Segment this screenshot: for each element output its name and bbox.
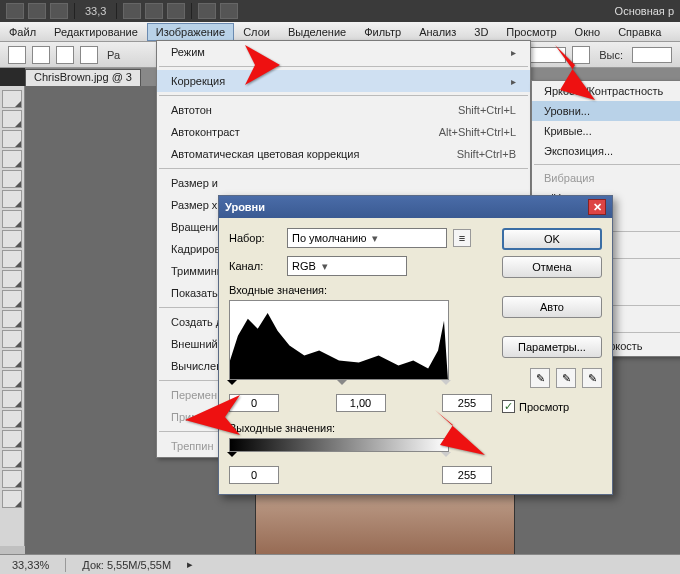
mb-icon[interactable] xyxy=(50,3,68,19)
svg-marker-2 xyxy=(185,395,240,435)
menu-3d[interactable]: 3D xyxy=(465,23,497,41)
svg-marker-0 xyxy=(245,45,280,85)
auto-button[interactable]: Авто xyxy=(502,296,602,318)
type-tool-icon[interactable] xyxy=(2,390,22,408)
gradient-tool-icon[interactable] xyxy=(2,310,22,328)
pen-tool-icon[interactable] xyxy=(2,370,22,388)
eyedropper-white-icon[interactable]: ✎ xyxy=(582,368,602,388)
eyedropper-tool-icon[interactable] xyxy=(2,190,22,208)
workspace-label[interactable]: Основная р xyxy=(615,5,674,17)
arrange-icon[interactable] xyxy=(198,3,216,19)
zoom-icon[interactable] xyxy=(145,3,163,19)
heal-tool-icon[interactable] xyxy=(2,210,22,228)
opt-prefix: Ра xyxy=(104,49,123,61)
submenu-exposure[interactable]: Экспозиция... xyxy=(532,141,680,161)
menu-view[interactable]: Просмотр xyxy=(497,23,565,41)
hand-icon[interactable] xyxy=(123,3,141,19)
close-icon[interactable]: ✕ xyxy=(588,199,606,215)
app-top-toolbar: 33,3 Основная р xyxy=(0,0,680,22)
options-button[interactable]: Параметры... xyxy=(502,336,602,358)
wand-tool-icon[interactable] xyxy=(2,150,22,168)
input-sliders[interactable] xyxy=(229,380,449,392)
rotate-icon[interactable] xyxy=(167,3,185,19)
3d-tool-icon[interactable] xyxy=(2,450,22,468)
document-tab[interactable]: ChrisBrown.jpg @ 3 xyxy=(25,69,141,86)
submenu-curves[interactable]: Кривые... xyxy=(532,121,680,141)
input-label: Входные значения: xyxy=(229,284,492,296)
annotation-arrow-4 xyxy=(435,410,490,462)
zoom-readout[interactable]: 33,3 xyxy=(81,5,110,17)
menu-image[interactable]: Изображение xyxy=(147,23,234,41)
path-tool-icon[interactable] xyxy=(2,410,22,428)
stamp-tool-icon[interactable] xyxy=(2,250,22,268)
ps-icon[interactable] xyxy=(6,3,24,19)
zoom2-icon[interactable] xyxy=(2,490,22,508)
screen-icon[interactable] xyxy=(220,3,238,19)
preview-checkbox[interactable]: Просмотр xyxy=(502,400,602,413)
shape-tool-icon[interactable] xyxy=(2,430,22,448)
brush-tool-icon[interactable] xyxy=(2,230,22,248)
menu-item-autocontrast[interactable]: АвтоконтрастAlt+Shift+Ctrl+L xyxy=(157,121,530,143)
output-sliders[interactable] xyxy=(229,452,449,464)
menu-filter[interactable]: Фильтр xyxy=(355,23,410,41)
toolbox xyxy=(0,86,25,546)
history-tool-icon[interactable] xyxy=(2,270,22,288)
output-gradient[interactable] xyxy=(229,438,449,452)
move-tool-icon[interactable] xyxy=(2,90,22,108)
dodge-tool-icon[interactable] xyxy=(2,350,22,368)
annotation-arrow-2 xyxy=(555,45,605,107)
ok-button[interactable]: OK xyxy=(502,228,602,250)
aspect3-icon[interactable] xyxy=(80,46,98,64)
menu-item-image-size[interactable]: Размер и xyxy=(157,172,530,194)
preset-select[interactable]: По умолчанию xyxy=(287,228,447,248)
menu-edit[interactable]: Редактирование xyxy=(45,23,147,41)
crop-tool-icon[interactable] xyxy=(2,170,22,188)
dialog-title: Уровни xyxy=(225,201,265,213)
aspect2-icon[interactable] xyxy=(56,46,74,64)
menubar: Файл Редактирование Изображение Слои Выд… xyxy=(0,22,680,42)
aspect-icon[interactable] xyxy=(32,46,50,64)
cancel-button[interactable]: Отмена xyxy=(502,256,602,278)
blur-tool-icon[interactable] xyxy=(2,330,22,348)
preset-label: Набор: xyxy=(229,232,281,244)
hand2-icon[interactable] xyxy=(2,470,22,488)
height-input[interactable] xyxy=(632,47,672,63)
input-gamma-field[interactable]: 1,00 xyxy=(336,394,386,412)
status-bar: 33,33% Док: 5,55M/5,55M ▸ xyxy=(0,554,680,574)
preset-menu-icon[interactable]: ≡ xyxy=(453,229,471,247)
eyedropper-gray-icon[interactable]: ✎ xyxy=(556,368,576,388)
dialog-titlebar[interactable]: Уровни ✕ xyxy=(219,196,612,218)
status-zoom[interactable]: 33,33% xyxy=(8,559,53,571)
channel-select[interactable]: RGB xyxy=(287,256,407,276)
eyedropper-black-icon[interactable]: ✎ xyxy=(530,368,550,388)
menu-item-adjustments[interactable]: Коррекция xyxy=(157,70,530,92)
annotation-arrow-3 xyxy=(185,395,240,442)
menu-select[interactable]: Выделение xyxy=(279,23,355,41)
menu-layers[interactable]: Слои xyxy=(234,23,279,41)
levels-dialog: Уровни ✕ Набор: По умолчанию ≡ Канал: RG… xyxy=(218,195,613,495)
menu-analysis[interactable]: Анализ xyxy=(410,23,465,41)
menu-help[interactable]: Справка xyxy=(609,23,670,41)
histogram xyxy=(229,300,449,380)
output-white-field[interactable]: 255 xyxy=(442,466,492,484)
submenu-vibrance[interactable]: Вибрация xyxy=(532,168,680,188)
svg-marker-3 xyxy=(435,410,485,455)
check-icon xyxy=(502,400,515,413)
br-icon[interactable] xyxy=(28,3,46,19)
output-black-field[interactable]: 0 xyxy=(229,466,279,484)
marquee-tool-icon[interactable] xyxy=(2,110,22,128)
menu-file[interactable]: Файл xyxy=(0,23,45,41)
annotation-arrow-1 xyxy=(245,45,285,87)
menu-item-mode[interactable]: Режим xyxy=(157,41,530,63)
channel-label: Канал: xyxy=(229,260,281,272)
svg-marker-1 xyxy=(555,45,595,100)
lasso-tool-icon[interactable] xyxy=(2,130,22,148)
status-doc-size[interactable]: Док: 5,55M/5,55M xyxy=(78,559,175,571)
tool-preset-icon[interactable] xyxy=(8,46,26,64)
menu-window[interactable]: Окно xyxy=(566,23,610,41)
menu-item-autocolor[interactable]: Автоматическая цветовая коррекцияShift+C… xyxy=(157,143,530,165)
menu-item-autotone[interactable]: АвтотонShift+Ctrl+L xyxy=(157,99,530,121)
eraser-tool-icon[interactable] xyxy=(2,290,22,308)
